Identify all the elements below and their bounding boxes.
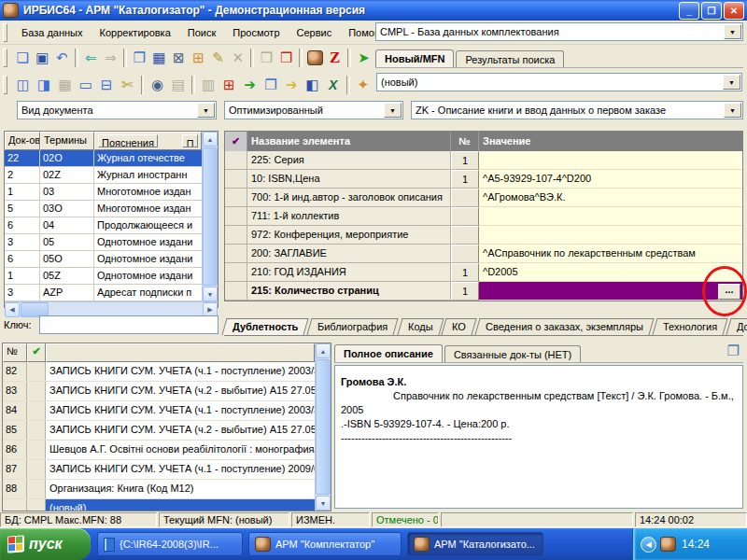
add-field-icon[interactable]: ⊞ — [190, 48, 207, 68]
brief-view-icon[interactable]: ◫ — [14, 75, 33, 95]
field-row[interactable]: 225: Серия1 — [225, 151, 742, 170]
statistics-icon[interactable]: ◧ — [303, 75, 321, 95]
record-row[interactable]: 82ЗАПИСЬ КНИГИ СУМ. УЧЕТА (ч.1 - поступл… — [3, 362, 315, 382]
view-document-icon[interactable]: ◉ — [148, 75, 166, 95]
irbis-cat-icon[interactable] — [306, 48, 324, 68]
z39-icon[interactable]: Z — [326, 48, 344, 68]
field-row-selected[interactable]: 215: Количество страниц1 ... — [225, 282, 742, 301]
tab-additional[interactable]: Добавочные — [726, 318, 747, 335]
scroll-down-icon[interactable]: ▼ — [203, 287, 218, 301]
dictionary-row[interactable]: 305Однотомное издани — [5, 234, 202, 251]
record-row[interactable]: 86Шевцов А.Г. Освітні основи реабілітоло… — [3, 441, 315, 460]
worksheet-combo[interactable]: ZK - Описание книги и ввод данных о перв… — [411, 101, 743, 119]
erase-icon[interactable]: ✄ — [118, 75, 136, 95]
field-row[interactable]: 972: Конференция, мероприятие — [225, 226, 742, 245]
menu-item-service[interactable]: Сервис — [289, 24, 341, 41]
scroll-up-icon[interactable]: ▲ — [203, 132, 218, 147]
dictionary-row[interactable]: 605OОднотомное издани — [5, 251, 202, 268]
col-number[interactable]: № — [451, 132, 479, 151]
check-icon[interactable]: ✔ — [27, 343, 46, 362]
dictionary-row[interactable]: 503OМноготомное издан — [5, 201, 202, 217]
copy-text-icon[interactable]: ❐ — [261, 75, 280, 95]
database-combo[interactable]: CMPL - База данных комплектования ▼ — [375, 22, 743, 41]
toolbar-grip[interactable] — [3, 76, 7, 94]
document-view-combo[interactable]: Вид документа ▼ — [17, 101, 217, 119]
tab-technology[interactable]: Технология — [652, 318, 727, 335]
scroll-thumb[interactable] — [203, 147, 218, 286]
dictionary-row[interactable]: 2202OЖурнал отечестве — [5, 150, 202, 167]
mfn-combo[interactable]: (новый) ▼ — [376, 73, 742, 91]
minimize-button[interactable]: _ — [679, 2, 699, 20]
col-doc-count[interactable]: Док-ов — [5, 132, 40, 150]
export-icon[interactable]: ➔ — [240, 75, 259, 95]
field-row[interactable]: 10: ISBN,Цена1^A5-93929-107-4^D200 — [225, 170, 742, 189]
scroll-up-icon[interactable]: ▲ — [316, 343, 331, 358]
start-button[interactable]: пуск — [0, 528, 91, 560]
chevron-down-icon[interactable]: ▼ — [724, 24, 741, 39]
edit-record-icon[interactable]: ✎ — [209, 48, 227, 68]
chevron-down-icon[interactable]: ▼ — [384, 103, 402, 118]
menu-item-view[interactable]: Просмотр — [224, 24, 288, 41]
send-folder-icon[interactable]: ➔ — [282, 75, 301, 95]
book-closed-icon[interactable]: ❒ — [258, 48, 275, 68]
dictionary-row[interactable]: 105ZОднотомное издани — [5, 268, 202, 285]
dictionary-row[interactable]: 604Продолжающееся и — [5, 217, 202, 234]
new-record-icon[interactable]: ❏ — [14, 48, 32, 68]
col-notes[interactable]: Пояснения⊓ — [94, 132, 202, 150]
pin-icon[interactable]: ⊓ — [182, 134, 198, 147]
col-value[interactable]: Значение — [479, 132, 742, 151]
menu-item-edit[interactable]: Корректировка — [92, 24, 179, 41]
compare-records-icon[interactable]: ▦ — [150, 48, 168, 68]
undo-icon[interactable]: ↶ — [53, 48, 71, 68]
tab-search-results[interactable]: Результаты поиска — [456, 50, 564, 67]
record-row[interactable]: 88Организация: Книга (Код М12) — [3, 480, 315, 499]
prev-record-icon[interactable]: ⇐ — [82, 48, 100, 68]
tab-orders[interactable]: Сведения о заказах, экземпляры — [474, 318, 654, 335]
field-row[interactable]: 700: 1-й инд.автор - заголовок описания^… — [225, 189, 742, 207]
toolbar-grip[interactable] — [3, 49, 7, 67]
toolbar-grip[interactable] — [3, 23, 7, 42]
tab-linked-docs[interactable]: Связанные док-ты (НЕТ) — [444, 345, 581, 362]
scroll-down-icon[interactable]: ▼ — [316, 496, 331, 511]
record-row[interactable]: 83ЗАПИСЬ КНИГИ СУМ. УЧЕТА (ч.2 - выбытие… — [3, 382, 315, 401]
folder-icon[interactable]: ▤ — [169, 75, 188, 95]
tab-dublet[interactable]: Дублетность — [221, 318, 308, 335]
delete-record-icon[interactable]: ✕ — [229, 48, 247, 68]
copy-record-icon[interactable]: ❐ — [131, 48, 148, 68]
tab-ko[interactable]: КО — [442, 318, 477, 335]
chevron-down-icon[interactable]: ▼ — [724, 103, 741, 118]
record-row-new[interactable]: (новый) — [3, 499, 315, 511]
print-record-icon[interactable]: ⊠ — [170, 48, 188, 68]
tab-codes[interactable]: Коды — [397, 318, 444, 335]
dictionary-row[interactable]: 202ZЖурнал иностранн — [5, 167, 202, 184]
record-row[interactable]: 85ЗАПИСЬ КНИГИ СУМ. УЧЕТА (ч.2 - выбытие… — [3, 421, 315, 441]
excel-icon[interactable]: X — [324, 75, 343, 95]
save-icon[interactable]: ▣ — [34, 48, 51, 68]
chevron-down-icon[interactable]: ▼ — [723, 75, 740, 90]
copy-description-icon[interactable]: ❐ — [727, 343, 740, 359]
irbis-tray-icon[interactable] — [660, 537, 676, 552]
tab-new-mfn[interactable]: Новый/MFN — [375, 49, 454, 67]
dictionary-row[interactable]: 103Многотомное издан — [5, 184, 202, 201]
next-record-icon[interactable]: ⇒ — [102, 48, 120, 68]
taskbar-window-katalogizator[interactable]: АРМ "Каталогизато... — [407, 532, 543, 556]
print-plus-icon[interactable]: ⊞ — [219, 75, 238, 95]
chevron-down-icon[interactable]: ▼ — [197, 103, 215, 118]
tools-icon[interactable]: ✦ — [354, 75, 373, 95]
screen-form-icon[interactable]: ▭ — [77, 75, 95, 95]
col-terms[interactable]: Термины — [40, 132, 94, 150]
dictionary-vscrollbar[interactable]: ▲ ▼ — [202, 132, 218, 301]
close-button[interactable]: ✕ — [724, 2, 744, 20]
taskbar-window-explorer[interactable]: {C:\IR64-2008(3)\IR... — [97, 532, 243, 556]
key-input[interactable] — [39, 315, 218, 334]
global-correction-icon[interactable]: ➤ — [355, 48, 373, 68]
tab-full-description[interactable]: Полное описание — [334, 344, 443, 362]
col-record-number[interactable]: № — [3, 343, 27, 362]
menu-item-database[interactable]: База данных — [13, 24, 92, 41]
dictionary-row[interactable]: 3AZPАдресат подписки п — [5, 285, 202, 301]
field-row[interactable]: 210: ГОД ИЗДАНИЯ1^D2005 — [225, 263, 742, 282]
tree-view-icon[interactable]: ⊟ — [97, 75, 116, 95]
maximize-button[interactable]: ❐ — [701, 2, 722, 20]
col-record-title[interactable] — [46, 343, 315, 362]
full-view-icon[interactable]: ◨ — [35, 75, 53, 95]
